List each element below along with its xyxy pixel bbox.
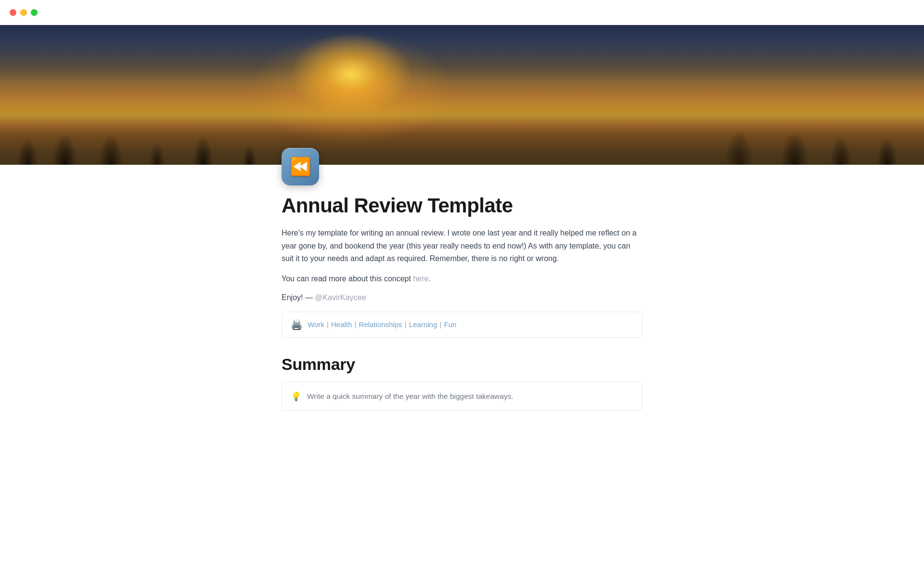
nav-links: Work | Health | Relationships | Learning…: [308, 320, 456, 328]
minimize-button[interactable]: [20, 9, 27, 16]
maximize-button[interactable]: [31, 9, 38, 16]
nav-link-learning[interactable]: Learning: [409, 320, 437, 328]
enjoy-prefix: Enjoy! —: [282, 293, 315, 302]
description-suffix: .: [428, 275, 430, 283]
hero-image: [0, 25, 924, 165]
nav-link-health[interactable]: Health: [331, 320, 352, 328]
here-link[interactable]: here: [413, 275, 428, 283]
summary-heading: Summary: [282, 355, 642, 374]
description-paragraph-1: Here's my template for writing an annual…: [282, 227, 642, 265]
description-paragraph-2: You can read more about this concept her…: [282, 273, 642, 285]
summary-placeholder: Write a quick summary of the year with t…: [307, 391, 513, 402]
author-handle: @KavirKaycee: [315, 293, 366, 302]
nav-link-work[interactable]: Work: [308, 320, 324, 328]
main-content: ⏪ Annual Review Template Here's my templ…: [0, 25, 924, 449]
links-box: 🖨️ Work | Health | Relationships | Learn…: [282, 312, 642, 338]
summary-box: 💡 Write a quick summary of the year with…: [282, 381, 642, 411]
close-button[interactable]: [10, 9, 16, 16]
printer-icon: 🖨️: [291, 319, 303, 330]
rewind-icon: ⏪: [290, 158, 311, 175]
page-title: Annual Review Template: [282, 194, 642, 217]
nav-link-relationships[interactable]: Relationships: [359, 320, 402, 328]
nav-link-fun[interactable]: Fun: [444, 320, 456, 328]
description-prefix: You can read more about this concept: [282, 275, 413, 283]
enjoy-line: Enjoy! — @KavirKaycee: [282, 293, 642, 302]
page-icon: ⏪: [282, 148, 319, 185]
page-body: ⏪ Annual Review Template Here's my templ…: [253, 148, 671, 449]
lightbulb-icon: 💡: [291, 391, 301, 402]
titlebar: [0, 0, 924, 25]
